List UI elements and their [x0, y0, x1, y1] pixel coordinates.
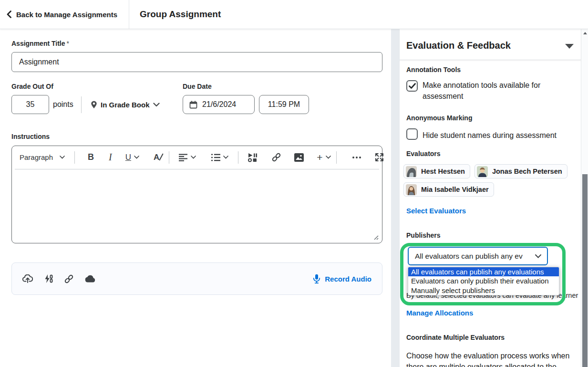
editor-toolbar: Paragraph B I U A [12, 146, 382, 168]
existing-activity-icon[interactable] [44, 274, 53, 283]
chevron-down-icon [153, 103, 160, 107]
list-dropdown[interactable] [206, 149, 234, 166]
coordinate-evaluators-text: Choose how the evaluation process works … [406, 350, 575, 367]
content-gutter [391, 29, 400, 367]
fullscreen-icon [375, 153, 384, 162]
scrollbar-thumb[interactable] [582, 174, 588, 367]
coordinate-evaluators-label: Coordinate Multiple Evaluators [406, 334, 505, 341]
insert-stuff-button[interactable] [243, 149, 263, 166]
anonymous-marking-label: Anonymous Marking [406, 114, 472, 122]
chevron-down-icon [191, 156, 196, 159]
back-label: Back to Manage Assignments [16, 10, 117, 19]
in-grade-book-label: In Grade Book [101, 101, 150, 109]
more-actions-button[interactable] [347, 149, 367, 166]
evaluation-feedback-panel: Evaluation & Feedback Annotation Tools M… [400, 29, 581, 367]
option-all-evaluators[interactable]: All evaluators can publish any evaluatio… [408, 267, 559, 276]
bold-button[interactable]: B [83, 149, 99, 166]
assignment-title-label: Assignment Title* [11, 40, 69, 47]
resize-handle-icon[interactable] [372, 234, 379, 240]
publishers-select[interactable]: All evaluators can publish any ev [408, 247, 548, 265]
publishers-select-value: All evaluators can publish any ev [415, 252, 523, 261]
record-audio-button[interactable]: Record Audio [313, 274, 371, 284]
record-audio-label: Record Audio [325, 275, 371, 283]
top-bar: Back to Manage Assignments Group Assignm… [0, 0, 588, 29]
instructions-editor[interactable]: Paragraph B I U A [11, 146, 382, 243]
anonymous-marking-checkbox[interactable] [406, 128, 418, 140]
upload-file-icon[interactable] [22, 274, 33, 283]
checkmark-icon [409, 83, 416, 89]
avatar [406, 184, 417, 195]
insert-image-button[interactable] [289, 149, 309, 166]
font-color-button[interactable]: A [148, 149, 165, 166]
alignment-dropdown[interactable] [174, 149, 201, 166]
annotation-checkbox-label: Make annotation tools available for asse… [423, 80, 570, 102]
back-to-manage-assignments-link[interactable]: Back to Manage Assignments [7, 0, 117, 29]
microphone-icon [313, 274, 320, 284]
list-icon [211, 154, 220, 161]
scroll-up-arrow-icon[interactable] [583, 32, 587, 34]
avatar [406, 166, 417, 177]
evaluator-name: Mia Isabelle Vidkjaer [421, 186, 489, 193]
insert-link-button[interactable] [266, 149, 287, 166]
attachments-bar: Record Audio [11, 262, 382, 295]
due-date-value: 21/6/2024 [202, 100, 236, 109]
fullscreen-button[interactable] [370, 149, 385, 166]
calendar-icon [189, 101, 197, 109]
anonymous-checkbox-label: Hide student names during assessment [423, 130, 580, 141]
due-time-value: 11:59 PM [268, 100, 300, 109]
evaluator-name: Jonas Bech Petersen [492, 168, 562, 175]
chevron-left-icon [7, 10, 11, 18]
attach-link-icon[interactable] [64, 274, 74, 284]
points-label: points [53, 95, 73, 114]
publishers-option-list: All evaluators can publish any evaluatio… [408, 267, 559, 295]
toolbar-divider [336, 151, 337, 164]
toolbar-divider [74, 151, 75, 164]
assignment-title-input[interactable] [11, 52, 382, 72]
grade-out-of-label: Grade Out Of [11, 83, 53, 90]
manage-allocations-link[interactable]: Manage Allocations [406, 309, 473, 317]
link-icon [271, 152, 281, 162]
due-time-input[interactable]: 11:59 PM [259, 95, 309, 114]
scrollbar[interactable] [581, 29, 588, 367]
paragraph-style-dropdown[interactable]: Paragraph [20, 149, 70, 166]
due-date-input[interactable]: 21/6/2024 [183, 95, 255, 114]
cloud-storage-icon[interactable] [85, 275, 96, 283]
paragraph-style-label: Paragraph [20, 153, 53, 161]
avatar [477, 166, 488, 177]
chevron-down-icon [326, 156, 331, 159]
evaluators-label: Evaluators [406, 150, 441, 157]
evaluator-chip[interactable]: Hest Hestsen [403, 164, 470, 178]
instructions-label: Instructions [11, 133, 50, 140]
toolbar-divider [238, 151, 238, 164]
underline-dropdown[interactable]: U [120, 149, 144, 166]
editor-content-area[interactable] [12, 168, 382, 240]
evaluator-chip[interactable]: Jonas Bech Petersen [475, 164, 567, 178]
topbar-divider [129, 0, 129, 29]
select-evaluators-link[interactable]: Select Evaluators [406, 207, 466, 215]
option-manually-select[interactable]: Manually select publishers [408, 286, 559, 295]
publishers-label: Publishers [406, 231, 441, 239]
grade-value-input[interactable]: 35 [11, 95, 49, 114]
italic-button[interactable]: I [103, 149, 117, 166]
ellipsis-icon [352, 156, 361, 159]
chevron-down-icon [223, 156, 228, 159]
chevron-down-icon [535, 254, 541, 258]
chevron-down-icon [60, 156, 65, 159]
toolbar-separator [15, 169, 379, 169]
evaluator-chips: Hest Hestsen Jonas Bech Petersen Mia Isa… [403, 164, 581, 197]
evaluator-chip[interactable]: Mia Isabelle Vidkjaer [403, 182, 494, 197]
in-grade-book-button[interactable]: In Grade Book [91, 95, 160, 114]
grade-divider [81, 96, 82, 113]
collapse-panel-icon[interactable] [565, 44, 574, 49]
annotation-tools-checkbox[interactable] [406, 80, 418, 92]
align-icon [179, 154, 188, 161]
evaluator-name: Hest Hestsen [421, 168, 465, 175]
annotation-tools-label: Annotation Tools [406, 66, 461, 73]
location-pin-icon [91, 101, 97, 109]
insert-stuff-icon [248, 153, 258, 162]
insert-more-dropdown[interactable]: + [311, 149, 336, 166]
image-icon [294, 153, 304, 162]
toolbar-divider [169, 151, 169, 164]
option-own-evaluations[interactable]: Evaluators can only publish their evalua… [408, 276, 559, 285]
panel-header: Evaluation & Feedback [400, 29, 581, 60]
